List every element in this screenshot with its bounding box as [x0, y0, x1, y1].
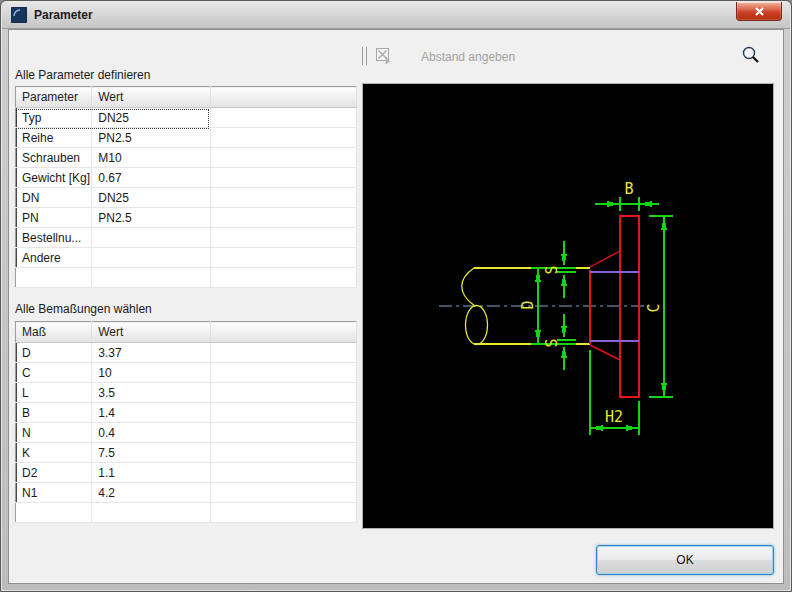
distance-hint-label: Abstand angeben	[421, 50, 515, 64]
param-name[interactable]: Bestellnu...	[16, 228, 92, 248]
param-value[interactable]	[92, 248, 210, 268]
dim-value[interactable]: 4.2	[92, 483, 210, 503]
close-icon	[755, 7, 764, 16]
dimension-lines	[531, 197, 673, 435]
dim-name[interactable]: K	[16, 443, 92, 463]
table-row-empty	[16, 268, 357, 288]
table-row: Andere	[16, 248, 357, 268]
table-row: K7.5	[16, 443, 357, 463]
parameters-header-row: Parameter Wert	[16, 87, 357, 108]
col-header-parameter: Parameter	[16, 87, 92, 108]
col-header-wert: Wert	[92, 87, 210, 108]
param-name[interactable]: PN	[16, 208, 92, 228]
dim-label-S-top: S	[543, 265, 561, 274]
table-row: TypDN25	[16, 108, 357, 128]
parameters-section-title: Alle Parameter definieren	[15, 68, 150, 82]
col-header-empty	[210, 87, 356, 108]
close-button[interactable]	[736, 2, 782, 21]
dim-value[interactable]: 7.5	[92, 443, 210, 463]
window-title: Parameter	[34, 8, 93, 22]
dim-name[interactable]: C	[16, 363, 92, 383]
app-icon	[11, 7, 27, 23]
dim-value[interactable]: 0.4	[92, 423, 210, 443]
table-row: Bestellnu...	[16, 228, 357, 248]
table-row: C10	[16, 363, 357, 383]
magnifier-icon[interactable]	[740, 45, 762, 67]
ok-button-label: OK	[676, 553, 693, 567]
dim-label-D: D	[519, 300, 537, 309]
dim-name[interactable]: D2	[16, 463, 92, 483]
table-row: PNPN2.5	[16, 208, 357, 228]
dim-name[interactable]: L	[16, 383, 92, 403]
dim-value[interactable]: 1.4	[92, 403, 210, 423]
titlebar[interactable]: Parameter	[2, 2, 790, 29]
dimensions-header-row: Maß Wert	[16, 322, 357, 343]
table-row-empty	[16, 503, 357, 523]
param-name[interactable]: Typ	[16, 108, 92, 128]
table-row: ReihePN2.5	[16, 128, 357, 148]
param-name[interactable]: Reihe	[16, 128, 92, 148]
param-name[interactable]: DN	[16, 188, 92, 208]
table-row: SchraubenM10	[16, 148, 357, 168]
table-row: Gewicht [Kg]0.67	[16, 168, 357, 188]
table-row: N14.2	[16, 483, 357, 503]
dim-value[interactable]: 3.37	[92, 343, 210, 363]
col-header-wert: Wert	[92, 322, 210, 343]
drawing-preview[interactable]: B H2 D S S C	[362, 83, 774, 529]
param-value[interactable]: DN25	[92, 108, 210, 128]
table-row: D3.37	[16, 343, 357, 363]
toolbar-separator	[362, 47, 367, 65]
param-name[interactable]: Andere	[16, 248, 92, 268]
dim-name[interactable]: D	[16, 343, 92, 363]
param-value[interactable]	[92, 228, 210, 248]
dim-label-C: C	[645, 303, 663, 312]
param-value[interactable]: PN2.5	[92, 208, 210, 228]
col-header-empty	[210, 322, 356, 343]
ok-button[interactable]: OK	[596, 545, 774, 575]
dim-value[interactable]: 3.5	[92, 383, 210, 403]
pick-distance-icon[interactable]	[375, 47, 393, 65]
parameters-table: Parameter Wert TypDN25 ReihePN2.5 Schrau…	[15, 86, 357, 288]
table-row: L3.5	[16, 383, 357, 403]
dim-label-B: B	[624, 180, 633, 198]
dimensions-section-title: Alle Bemaßungen wählen	[15, 302, 152, 316]
param-value[interactable]: M10	[92, 148, 210, 168]
param-name[interactable]: Schrauben	[16, 148, 92, 168]
param-value[interactable]: DN25	[92, 188, 210, 208]
dim-name[interactable]: N1	[16, 483, 92, 503]
param-value[interactable]: 0.67	[92, 168, 210, 188]
param-value[interactable]: PN2.5	[92, 128, 210, 148]
parameter-dialog: Parameter Abstand angeben Alle Parameter…	[0, 0, 792, 592]
table-row: B1.4	[16, 403, 357, 423]
dialog-client-area: Abstand angeben Alle Parameter definiere…	[8, 29, 784, 584]
dim-value[interactable]: 10	[92, 363, 210, 383]
table-row: N0.4	[16, 423, 357, 443]
dim-label-H2: H2	[605, 408, 623, 426]
param-name[interactable]: Gewicht [Kg]	[16, 168, 92, 188]
dim-value[interactable]: 1.1	[92, 463, 210, 483]
table-row: DNDN25	[16, 188, 357, 208]
dim-label-S-bottom: S	[543, 338, 561, 347]
col-header-mass: Maß	[16, 322, 92, 343]
table-row: D21.1	[16, 463, 357, 483]
dimensions-table: Maß Wert D3.37 C10 L3.5 B1.4 N0.4 K7.5 D…	[15, 321, 357, 523]
dim-name[interactable]: B	[16, 403, 92, 423]
dim-name[interactable]: N	[16, 423, 92, 443]
